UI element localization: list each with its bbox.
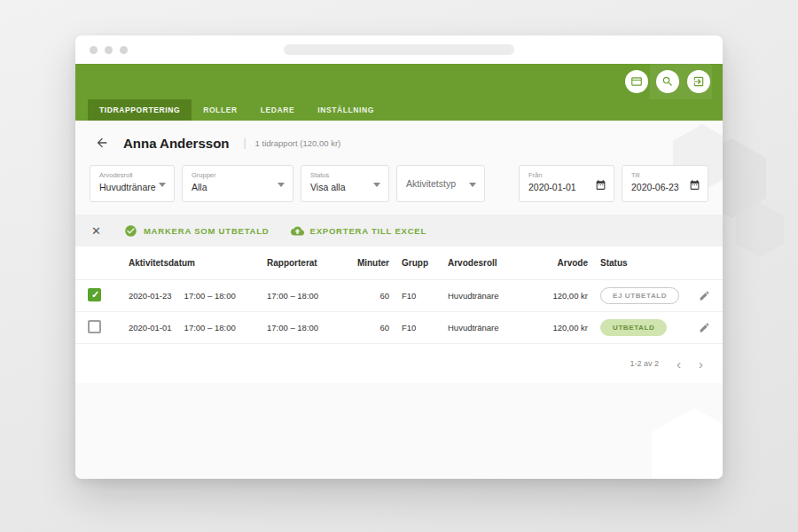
edit-icon[interactable] (680, 322, 710, 333)
filter-arvodesroll[interactable]: Arvodesroll Huvudtränare (90, 165, 175, 202)
minutes-value: 60 (356, 291, 402, 301)
tab-tidrapportering[interactable]: TIDRAPPORTERING (88, 99, 192, 121)
browser-window: TIDRAPPORTERING ROLLER LEDARE INSTÄLLNIN… (75, 35, 723, 479)
filter-grupper[interactable]: Grupper Alla (182, 165, 293, 202)
export-excel-button[interactable]: EXPORTERA TILL EXCEL (291, 224, 427, 238)
title-divider: | (243, 137, 246, 149)
pagination: 1-2 av 2 ‹ › (75, 344, 723, 383)
chevron-down-icon (373, 183, 380, 187)
filter-label: Aktivitetstyp (406, 178, 456, 189)
status-badge: EJ UTBETALD (600, 287, 679, 304)
filter-status[interactable]: Status Visa alla (301, 165, 389, 202)
edit-icon[interactable] (680, 290, 710, 301)
time-report-table: Aktivitetsdatum Rapporterat Minuter Grup… (75, 246, 723, 383)
pagination-prev-icon[interactable]: ‹ (677, 357, 681, 371)
calendar-icon (689, 178, 700, 190)
tab-installning[interactable]: INSTÄLLNING (306, 99, 386, 121)
page-title: Anna Andersson (123, 136, 229, 151)
mark-paid-button[interactable]: MARKERA SOM UTBETALD (124, 224, 270, 238)
header-arvodesroll: Arvodesroll (448, 258, 536, 268)
window-dot (105, 46, 113, 54)
row-checkbox[interactable] (88, 320, 101, 333)
row-checkbox[interactable] (88, 288, 101, 301)
pagination-label: 1-2 av 2 (630, 359, 659, 368)
group-value: F10 (402, 291, 448, 301)
filter-label: Från (528, 171, 594, 179)
filter-label: Grupper (192, 171, 273, 179)
window-dot (90, 46, 98, 54)
browser-titlebar (75, 35, 723, 64)
calendar-icon (595, 178, 606, 190)
cloud-upload-icon (291, 224, 304, 238)
filter-row: Arvodesroll Huvudtränare Grupper Alla St… (75, 161, 723, 202)
activity-time: 17:00 – 18:00 (184, 323, 236, 332)
filter-value: Huvudtränare (99, 182, 154, 192)
filter-label: Status (310, 171, 369, 179)
status-badge: UTBETALD (600, 319, 667, 336)
nav-tabs: TIDRAPPORTERING ROLLER LEDARE INSTÄLLNIN… (75, 99, 723, 121)
minutes-value: 60 (356, 323, 402, 332)
chevron-down-icon (469, 183, 476, 187)
role-value: Huvudtränare (448, 323, 536, 332)
filter-label: Arvodesroll (99, 171, 154, 179)
search-icon[interactable] (656, 70, 679, 93)
fee-value: 120,00 kr (536, 291, 600, 301)
card-icon[interactable] (625, 70, 648, 93)
filter-label: Till (631, 171, 688, 179)
table-header-row: Aktivitetsdatum Rapporterat Minuter Grup… (75, 246, 723, 280)
pagination-next-icon[interactable]: › (699, 357, 703, 371)
filter-value: Visa alla (310, 182, 369, 192)
mark-paid-label: MARKERA SOM UTBETALD (144, 226, 270, 236)
window-dot (120, 46, 128, 54)
header-status: Status (600, 258, 680, 268)
close-icon[interactable]: ✕ (91, 224, 101, 238)
header-arvode: Arvode (536, 258, 600, 268)
selection-toolbar: ✕ MARKERA SOM UTBETALD EXPORTERA TILL EX… (75, 215, 723, 246)
header-rapporterat: Rapporterat (267, 258, 356, 268)
app-header (75, 64, 723, 99)
activity-time: 17:00 – 18:00 (184, 291, 236, 301)
filter-aktivitetstyp[interactable]: Aktivitetstyp (396, 165, 485, 202)
header-aktivitetsdatum: Aktivitetsdatum (129, 258, 267, 268)
main-content: Anna Andersson | 1 tidrapport (120,00 kr… (75, 121, 723, 479)
filter-value: 2020-01-01 (528, 182, 594, 192)
tab-ledare[interactable]: LEDARE (249, 99, 307, 121)
hexagon-decoration (652, 408, 723, 479)
header-minuter: Minuter (356, 258, 402, 268)
filter-date-to[interactable]: Till 2020-06-23 (622, 165, 708, 202)
tab-roller[interactable]: ROLLER (192, 99, 249, 121)
reported-time: 17:00 – 18:00 (267, 323, 356, 332)
page-subtitle: 1 tidrapport (120,00 kr) (255, 138, 341, 148)
role-value: Huvudtränare (448, 291, 536, 301)
logout-icon[interactable] (687, 70, 710, 93)
fee-value: 120,00 kr (536, 323, 600, 332)
group-value: F10 (402, 323, 448, 332)
export-excel-label: EXPORTERA TILL EXCEL (310, 226, 427, 236)
chevron-down-icon (278, 183, 285, 187)
back-button[interactable] (95, 135, 111, 151)
table-row: 2020-01-0117:00 – 18:00 17:00 – 18:00 60… (75, 312, 723, 344)
reported-time: 17:00 – 18:00 (267, 291, 356, 301)
table-row: 2020-01-2317:00 – 18:00 17:00 – 18:00 60… (75, 280, 723, 312)
header-grupp: Grupp (402, 258, 448, 268)
activity-date: 2020-01-01 (129, 323, 172, 332)
activity-date: 2020-01-23 (129, 291, 172, 301)
filter-value: Alla (192, 182, 273, 192)
chevron-down-icon (159, 183, 166, 187)
check-circle-icon (124, 224, 137, 238)
window-control-dots (90, 46, 128, 54)
filter-value: 2020-06-23 (631, 182, 688, 192)
filter-date-from[interactable]: Från 2020-01-01 (519, 165, 614, 202)
address-bar (284, 44, 514, 55)
